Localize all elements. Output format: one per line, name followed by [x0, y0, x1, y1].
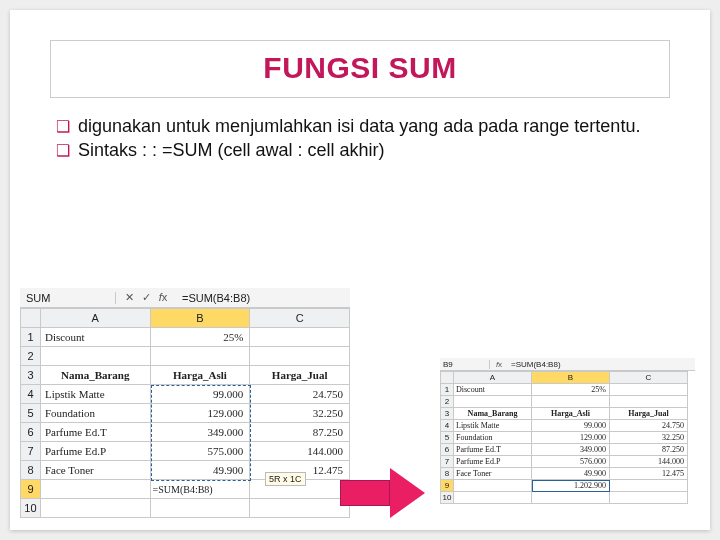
slide-title: FUNGSI SUM	[51, 51, 669, 85]
select-all[interactable]	[21, 309, 41, 328]
col-C[interactable]: C	[250, 309, 350, 328]
name-box[interactable]: SUM	[20, 292, 116, 304]
row-2[interactable]: 2	[21, 347, 41, 366]
cell-B1[interactable]: 25%	[150, 328, 250, 347]
fx-icon[interactable]: fx	[159, 291, 168, 304]
bullet-list: ❑ digunakan untuk menjumlahkan isi data …	[56, 114, 664, 163]
selection-size-hint: 5R x 1C	[265, 472, 306, 486]
arrow-icon	[340, 468, 430, 518]
cell-C1[interactable]	[250, 328, 350, 347]
cell-A1[interactable]: Discount	[40, 328, 150, 347]
bullet-icon: ❑	[56, 116, 70, 138]
formula-bar: B9 fx =SUM(B4:B8)	[440, 358, 695, 371]
excel-small: B9 fx =SUM(B4:B8) A B C 1Discount25% 2 3…	[440, 358, 695, 504]
name-box[interactable]: B9	[440, 360, 490, 369]
formula-input[interactable]: =SUM(B4:B8)	[176, 292, 350, 304]
bullet-text: digunakan untuk menjumlahkan isi data ya…	[78, 114, 640, 138]
slide: FUNGSI SUM ❑ digunakan untuk menjumlahka…	[10, 10, 710, 530]
grid[interactable]: A B C 1Discount25% 2 3Nama_BarangHarga_A…	[440, 371, 688, 504]
excel-big: SUM ✕ ✓ fx =SUM(B4:B8) A B C 1 Discount …	[20, 288, 350, 518]
fx-icon[interactable]: fx	[490, 360, 508, 369]
grid[interactable]: A B C 1 Discount 25% 2 3 Nama_Barang Har…	[20, 308, 350, 518]
cancel-icon[interactable]: ✕	[125, 291, 134, 304]
bullet-1: ❑ digunakan untuk menjumlahkan isi data …	[56, 114, 664, 138]
bullet-icon: ❑	[56, 140, 70, 162]
formula-bar: SUM ✕ ✓ fx =SUM(B4:B8)	[20, 288, 350, 308]
cell-B9-result[interactable]: 1.202.900	[532, 480, 610, 492]
row-3[interactable]: 3	[21, 366, 41, 385]
excel-zone: SUM ✕ ✓ fx =SUM(B4:B8) A B C 1 Discount …	[20, 288, 700, 518]
cell-B3[interactable]: Harga_Asli	[150, 366, 250, 385]
cell-A3[interactable]: Nama_Barang	[40, 366, 150, 385]
bullet-2: ❑ Sintaks : : =SUM (cell awal : cell akh…	[56, 138, 664, 162]
bullet-text: Sintaks : : =SUM (cell awal : cell akhir…	[78, 138, 385, 162]
cell-B9[interactable]: =SUM(B4:B8)	[150, 480, 250, 499]
enter-icon[interactable]: ✓	[142, 291, 151, 304]
row-1[interactable]: 1	[21, 328, 41, 347]
fx-icons: ✕ ✓ fx	[116, 291, 176, 304]
formula-input[interactable]: =SUM(B4:B8)	[508, 360, 695, 369]
cell-C3[interactable]: Harga_Jual	[250, 366, 350, 385]
title-box: FUNGSI SUM	[50, 40, 670, 98]
col-B[interactable]: B	[150, 309, 250, 328]
col-A[interactable]: A	[40, 309, 150, 328]
